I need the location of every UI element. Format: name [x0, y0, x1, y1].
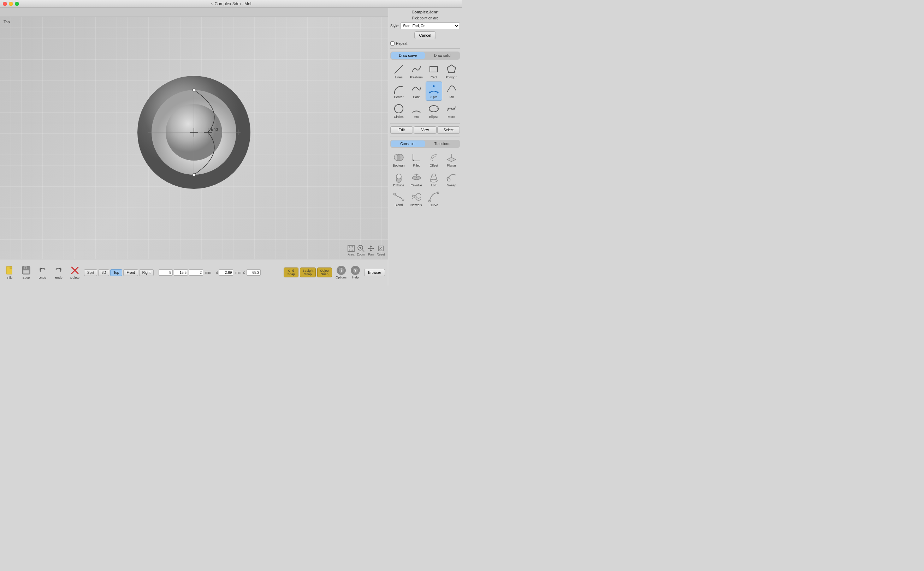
- draw-curve-tab[interactable]: Draw curve: [391, 52, 425, 59]
- rect-label: Rect: [430, 76, 437, 79]
- 3pts-tool[interactable]: 3 pts: [426, 82, 443, 100]
- 3d-btn[interactable]: 3D: [98, 269, 109, 276]
- undo-button[interactable]: Undo: [35, 264, 50, 281]
- loft-tool[interactable]: Loft: [426, 170, 443, 189]
- polygon-tool[interactable]: Polygon: [443, 62, 460, 81]
- fillet-tool[interactable]: Fillet: [408, 150, 425, 169]
- help-button[interactable]: ? Help: [349, 265, 361, 280]
- polygon-label: Polygon: [446, 76, 457, 79]
- view-tab[interactable]: View: [413, 127, 436, 134]
- center-arc-icon: [393, 83, 404, 94]
- svg-point-56: [432, 174, 435, 176]
- center-tool[interactable]: Center: [390, 82, 407, 100]
- style-select[interactable]: Start, End, On Center, Start, End Tangen…: [401, 22, 460, 29]
- rect-tool[interactable]: Rect: [426, 62, 443, 81]
- sweep-tool[interactable]: Sweep: [443, 170, 460, 189]
- minimize-button[interactable]: [9, 2, 13, 6]
- svg-line-17: [362, 250, 364, 252]
- edit-tab[interactable]: Edit: [390, 127, 413, 134]
- construct-tab-group: Construct Transform: [390, 140, 460, 148]
- split-btn[interactable]: Split: [84, 269, 97, 276]
- freeform-icon: [411, 63, 422, 75]
- grid-snap-button[interactable]: Grid Snap: [284, 267, 299, 278]
- snap-group: Grid Snap Straight Snap Object Snap: [284, 267, 332, 278]
- sweep-label: Sweep: [446, 184, 457, 187]
- circles-tool[interactable]: Circles: [390, 101, 407, 120]
- draw-tab-group: Draw curve Draw solid: [390, 51, 460, 60]
- planar-tool[interactable]: Planar: [443, 150, 460, 169]
- straight-snap-button[interactable]: Straight Snap: [300, 267, 316, 278]
- curve-construct-tool[interactable]: Curve: [426, 190, 443, 208]
- zoom-tool[interactable]: Zoom: [357, 244, 365, 256]
- ellipse-tool[interactable]: Ellipse: [426, 101, 443, 120]
- tan-label: Tan: [449, 95, 454, 99]
- delete-button[interactable]: Delete: [68, 264, 82, 281]
- arc-icon: [411, 103, 422, 114]
- top-toolbar: [0, 8, 388, 17]
- fillet-icon: [411, 152, 422, 163]
- arc-tool[interactable]: Arc: [408, 101, 425, 120]
- svg-point-36: [394, 93, 395, 94]
- window-controls[interactable]: [3, 2, 19, 6]
- tan-tool[interactable]: Tan: [443, 82, 460, 100]
- reset-tool[interactable]: Reset: [376, 244, 385, 256]
- cancel-button[interactable]: Cancel: [414, 31, 435, 39]
- revolve-icon: [411, 171, 422, 183]
- fillet-label: Fillet: [413, 164, 419, 167]
- divider-1: [390, 48, 460, 49]
- divider-2: [390, 123, 460, 123]
- close-button[interactable]: [3, 2, 7, 6]
- maximize-button[interactable]: [15, 2, 19, 6]
- save-button[interactable]: Save: [19, 264, 33, 281]
- more-curves-tool[interactable]: More: [443, 101, 460, 120]
- loft-icon: [428, 171, 440, 183]
- coord-unit: mm: [205, 271, 211, 275]
- lines-tool[interactable]: Lines: [390, 62, 407, 81]
- svg-point-54: [416, 174, 417, 176]
- ellipse-label: Ellipse: [429, 115, 439, 119]
- d-label: d: [216, 271, 218, 275]
- boolean-tool[interactable]: Boolean: [390, 150, 407, 169]
- front-btn[interactable]: Front: [123, 269, 138, 276]
- extrude-tool[interactable]: Extrude: [390, 170, 407, 189]
- y-input[interactable]: [174, 269, 188, 276]
- options-button[interactable]: Options: [334, 265, 348, 280]
- file-label: File: [8, 276, 13, 279]
- curve-tools-grid: Lines Freeform Rect: [390, 62, 460, 120]
- pan-tool[interactable]: Pan: [367, 244, 375, 256]
- file-button[interactable]: File: [3, 264, 17, 281]
- top-btn[interactable]: Top: [110, 269, 122, 276]
- angle-input[interactable]: [246, 269, 261, 276]
- object-snap-button[interactable]: Object Snap: [317, 267, 332, 278]
- arc-label: Arc: [414, 115, 419, 119]
- construct-tab[interactable]: Construct: [391, 140, 425, 147]
- revolve-tool[interactable]: Revolve: [408, 170, 425, 189]
- freeform-tool[interactable]: Freeform: [408, 62, 425, 81]
- extrude-label: Extrude: [393, 184, 404, 187]
- z-input[interactable]: [189, 269, 203, 276]
- right-btn[interactable]: Right: [139, 269, 154, 276]
- lines-icon: [393, 63, 404, 75]
- d-input[interactable]: [219, 269, 233, 276]
- boolean-label: Boolean: [393, 164, 404, 167]
- x-input[interactable]: [159, 269, 173, 276]
- repeat-checkbox[interactable]: [390, 41, 395, 46]
- transform-tab[interactable]: Transform: [426, 140, 460, 147]
- sweep-icon: [446, 171, 457, 183]
- svg-point-42: [429, 105, 438, 112]
- area-tool[interactable]: Area: [347, 244, 355, 256]
- blend-tool[interactable]: Blend: [390, 190, 407, 208]
- title-text: Complex.3dm - Mol: [214, 2, 251, 6]
- cont-tool[interactable]: Cont: [408, 82, 425, 100]
- draw-solid-tab[interactable]: Draw solid: [426, 52, 460, 59]
- redo-button[interactable]: Redo: [51, 264, 66, 281]
- svg-rect-24: [23, 270, 29, 273]
- select-tab[interactable]: Select: [437, 127, 460, 134]
- network-tool[interactable]: Network: [408, 190, 425, 208]
- svg-rect-30: [341, 270, 342, 272]
- svg-rect-21: [10, 267, 12, 269]
- browser-button[interactable]: Browser: [364, 269, 385, 276]
- offset-tool[interactable]: Offset: [426, 150, 443, 169]
- viewport[interactable]: Top: [0, 17, 388, 259]
- options-help: Options ? Help Browser: [334, 265, 385, 280]
